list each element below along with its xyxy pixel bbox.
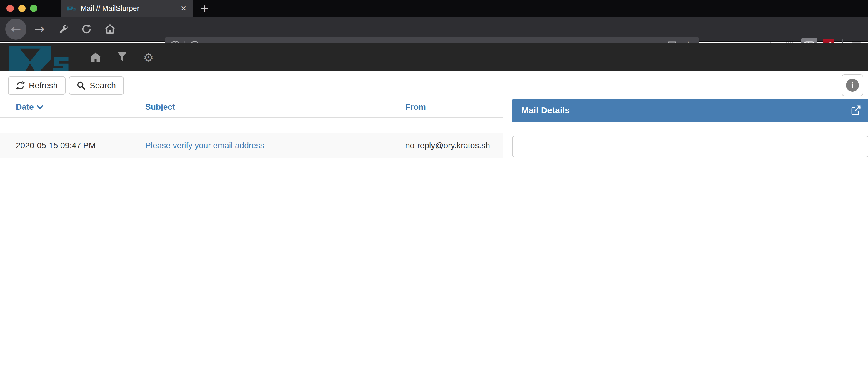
browser-tab[interactable]: Mail // MailSlurper ✕	[61, 0, 193, 17]
back-button[interactable]: ←	[4, 17, 28, 41]
column-header-date[interactable]: Date	[0, 102, 129, 112]
wrench-icon	[58, 24, 68, 34]
mail-row[interactable]: 2020-05-15 09:47 PM Please verify your e…	[0, 133, 503, 158]
zoom-window-button[interactable]	[30, 5, 37, 12]
mail-details-content	[512, 136, 868, 157]
nav-buttons: ← →	[4, 17, 122, 41]
sort-descending-icon	[37, 105, 43, 110]
mailslurper-nav: ⚙	[89, 51, 155, 63]
nav-home-button[interactable]	[89, 51, 102, 63]
mailslurper-favicon	[67, 5, 76, 12]
empty-row	[0, 118, 503, 133]
reload-button[interactable]	[75, 17, 98, 41]
wrench-button[interactable]	[51, 17, 75, 41]
minimize-window-button[interactable]	[18, 5, 26, 12]
search-icon	[77, 81, 86, 90]
mailslurper-navbar: ⚙	[0, 43, 868, 71]
tab-close-icon[interactable]: ✕	[181, 4, 186, 13]
action-bar: Refresh Search i	[0, 71, 868, 97]
mailslurper-logo[interactable]	[7, 46, 73, 72]
reload-icon	[81, 24, 92, 34]
info-sign-icon: i	[846, 79, 859, 92]
mail-list-header: Date Subject From	[0, 97, 503, 118]
browser-toolbar: ← →	[0, 17, 868, 42]
browser-tab-bar: Mail // MailSlurper ✕ +	[0, 0, 868, 17]
gear-icon: ⚙	[143, 52, 154, 63]
action-buttons: Refresh Search	[8, 77, 124, 95]
mail-subject-cell: Please verify your email address	[129, 141, 390, 150]
home-icon	[104, 24, 116, 35]
refresh-button-label: Refresh	[29, 81, 58, 90]
nav-filter-button[interactable]	[116, 51, 128, 63]
mailslurper-page: ⚙ Refresh	[0, 43, 868, 390]
info-button[interactable]: i	[841, 74, 863, 96]
forward-icon: →	[34, 23, 44, 35]
forward-button[interactable]: →	[28, 17, 51, 41]
refresh-icon	[16, 81, 25, 90]
search-button-label: Search	[90, 81, 116, 90]
mail-date-cell: 2020-05-15 09:47 PM	[0, 141, 129, 150]
mail-details-header: Mail Details	[512, 98, 868, 122]
date-header-label: Date	[16, 102, 34, 112]
home-filled-icon	[90, 52, 101, 63]
external-link-icon	[850, 105, 861, 116]
filter-icon	[118, 52, 126, 62]
nav-settings-button[interactable]: ⚙	[142, 51, 155, 63]
mail-details-panel: Mail Details	[512, 98, 868, 157]
refresh-button[interactable]: Refresh	[8, 77, 66, 95]
close-window-button[interactable]	[6, 5, 14, 12]
new-tab-button[interactable]: +	[196, 0, 214, 17]
column-header-subject[interactable]: Subject	[129, 102, 390, 112]
open-in-new-window-button[interactable]	[850, 105, 861, 116]
mail-list: Date Subject From 2020-05-15 09:47 PM Pl…	[0, 97, 503, 158]
mail-from-cell: no-reply@ory.kratos.sh	[390, 141, 503, 150]
back-icon: ←	[10, 23, 21, 35]
mail-subject-link[interactable]: Please verify your email address	[145, 141, 265, 150]
column-header-from[interactable]: From	[390, 102, 503, 112]
mail-details-title: Mail Details	[521, 105, 570, 115]
screen: Mail // MailSlurper ✕ + ← →	[0, 0, 868, 390]
back-button-circle: ←	[5, 19, 27, 40]
search-button[interactable]: Search	[69, 77, 124, 95]
home-button[interactable]	[98, 17, 122, 41]
window-controls	[6, 5, 37, 12]
tab-title: Mail // MailSlurper	[81, 4, 140, 13]
